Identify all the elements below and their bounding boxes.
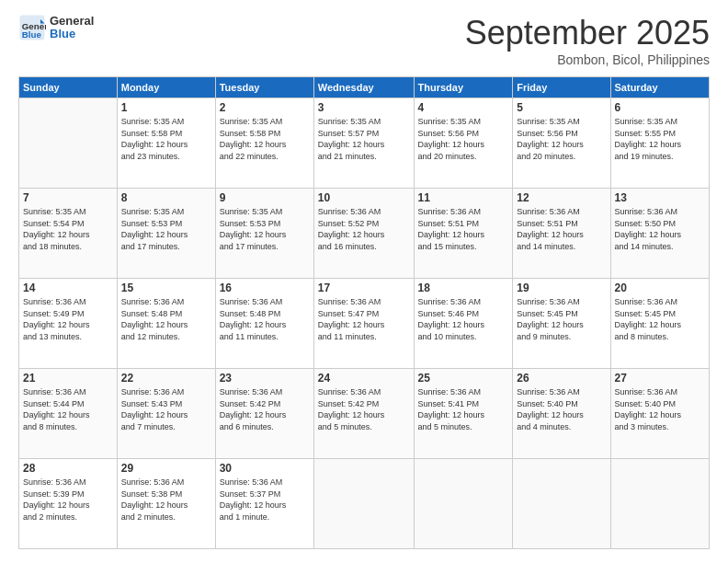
table-row: 23Sunrise: 5:36 AM Sunset: 5:42 PM Dayli… (215, 369, 313, 459)
day-number: 13 (615, 191, 705, 204)
table-row (513, 459, 610, 549)
calendar-header-row: Sunday Monday Tuesday Wednesday Thursday… (19, 77, 710, 98)
table-row: 10Sunrise: 5:36 AM Sunset: 5:52 PM Dayli… (313, 189, 414, 279)
logo: General Blue General Blue (18, 14, 94, 41)
day-info: Sunrise: 5:36 AM Sunset: 5:45 PM Dayligh… (517, 296, 606, 342)
table-row: 27Sunrise: 5:36 AM Sunset: 5:40 PM Dayli… (610, 369, 709, 459)
table-row: 17Sunrise: 5:36 AM Sunset: 5:47 PM Dayli… (313, 279, 414, 369)
day-number: 2 (220, 101, 310, 114)
day-number: 15 (121, 282, 211, 294)
day-info: Sunrise: 5:35 AM Sunset: 5:58 PM Dayligh… (220, 116, 310, 162)
day-number: 17 (318, 282, 410, 294)
day-number: 3 (318, 101, 410, 114)
table-row (414, 459, 513, 549)
day-info: Sunrise: 5:36 AM Sunset: 5:48 PM Dayligh… (121, 296, 211, 342)
table-row: 8Sunrise: 5:35 AM Sunset: 5:53 PM Daylig… (117, 189, 215, 279)
table-row: 29Sunrise: 5:36 AM Sunset: 5:38 PM Dayli… (117, 459, 215, 549)
table-row: 11Sunrise: 5:36 AM Sunset: 5:51 PM Dayli… (414, 189, 513, 279)
table-row (313, 459, 414, 549)
day-number: 6 (615, 101, 705, 114)
calendar-week-row: 28Sunrise: 5:36 AM Sunset: 5:39 PM Dayli… (19, 459, 710, 549)
day-number: 18 (418, 282, 509, 294)
day-info: Sunrise: 5:36 AM Sunset: 5:37 PM Dayligh… (220, 477, 310, 523)
day-info: Sunrise: 5:36 AM Sunset: 5:45 PM Dayligh… (615, 296, 705, 342)
col-wednesday: Wednesday (313, 77, 414, 98)
day-info: Sunrise: 5:36 AM Sunset: 5:44 PM Dayligh… (23, 386, 113, 432)
table-row: 28Sunrise: 5:36 AM Sunset: 5:39 PM Dayli… (19, 459, 118, 549)
day-info: Sunrise: 5:36 AM Sunset: 5:42 PM Dayligh… (318, 386, 410, 432)
day-number: 29 (121, 462, 211, 475)
day-info: Sunrise: 5:36 AM Sunset: 5:51 PM Dayligh… (418, 206, 509, 252)
day-number: 11 (418, 191, 509, 204)
table-row: 25Sunrise: 5:36 AM Sunset: 5:41 PM Dayli… (414, 369, 513, 459)
day-number: 5 (517, 101, 606, 114)
day-number: 16 (220, 282, 310, 294)
table-row: 16Sunrise: 5:36 AM Sunset: 5:48 PM Dayli… (215, 279, 313, 369)
calendar-week-row: 21Sunrise: 5:36 AM Sunset: 5:44 PM Dayli… (19, 369, 710, 459)
day-info: Sunrise: 5:36 AM Sunset: 5:38 PM Dayligh… (121, 477, 211, 523)
day-number: 21 (23, 372, 113, 385)
day-number: 23 (220, 372, 310, 385)
calendar-table: Sunday Monday Tuesday Wednesday Thursday… (18, 76, 710, 549)
logo-text-general: General (50, 14, 94, 28)
day-number: 20 (615, 282, 705, 294)
table-row: 6Sunrise: 5:35 AM Sunset: 5:55 PM Daylig… (610, 98, 709, 189)
table-row: 26Sunrise: 5:36 AM Sunset: 5:40 PM Dayli… (513, 369, 610, 459)
day-number: 26 (517, 372, 606, 385)
col-sunday: Sunday (19, 77, 118, 98)
col-tuesday: Tuesday (215, 77, 313, 98)
day-info: Sunrise: 5:36 AM Sunset: 5:40 PM Dayligh… (615, 386, 705, 432)
table-row: 24Sunrise: 5:36 AM Sunset: 5:42 PM Dayli… (313, 369, 414, 459)
table-row: 4Sunrise: 5:35 AM Sunset: 5:56 PM Daylig… (414, 98, 513, 189)
day-info: Sunrise: 5:36 AM Sunset: 5:51 PM Dayligh… (517, 206, 606, 252)
calendar-week-row: 14Sunrise: 5:36 AM Sunset: 5:49 PM Dayli… (19, 279, 710, 369)
day-number: 27 (615, 372, 705, 385)
day-info: Sunrise: 5:36 AM Sunset: 5:39 PM Dayligh… (23, 477, 113, 523)
day-info: Sunrise: 5:36 AM Sunset: 5:52 PM Dayligh… (318, 206, 410, 252)
table-row: 30Sunrise: 5:36 AM Sunset: 5:37 PM Dayli… (215, 459, 313, 549)
table-row: 15Sunrise: 5:36 AM Sunset: 5:48 PM Dayli… (117, 279, 215, 369)
table-row: 2Sunrise: 5:35 AM Sunset: 5:58 PM Daylig… (215, 98, 313, 189)
day-info: Sunrise: 5:35 AM Sunset: 5:56 PM Dayligh… (517, 116, 606, 162)
col-thursday: Thursday (414, 77, 513, 98)
day-number: 8 (121, 191, 211, 204)
header: General Blue General Blue September 2025… (18, 14, 710, 67)
day-number: 22 (121, 372, 211, 385)
table-row: 5Sunrise: 5:35 AM Sunset: 5:56 PM Daylig… (513, 98, 610, 189)
day-info: Sunrise: 5:35 AM Sunset: 5:54 PM Dayligh… (23, 206, 113, 252)
day-info: Sunrise: 5:36 AM Sunset: 5:41 PM Dayligh… (418, 386, 509, 432)
day-info: Sunrise: 5:35 AM Sunset: 5:56 PM Dayligh… (418, 116, 509, 162)
table-row: 18Sunrise: 5:36 AM Sunset: 5:46 PM Dayli… (414, 279, 513, 369)
month-title: September 2025 (465, 14, 710, 52)
table-row: 20Sunrise: 5:36 AM Sunset: 5:45 PM Dayli… (610, 279, 709, 369)
day-info: Sunrise: 5:36 AM Sunset: 5:48 PM Dayligh… (220, 296, 310, 342)
day-info: Sunrise: 5:35 AM Sunset: 5:58 PM Dayligh… (121, 116, 211, 162)
col-saturday: Saturday (610, 77, 709, 98)
day-number: 12 (517, 191, 606, 204)
day-info: Sunrise: 5:35 AM Sunset: 5:57 PM Dayligh… (318, 116, 410, 162)
day-info: Sunrise: 5:35 AM Sunset: 5:53 PM Dayligh… (121, 206, 211, 252)
table-row: 3Sunrise: 5:35 AM Sunset: 5:57 PM Daylig… (313, 98, 414, 189)
table-row: 22Sunrise: 5:36 AM Sunset: 5:43 PM Dayli… (117, 369, 215, 459)
table-row: 9Sunrise: 5:35 AM Sunset: 5:53 PM Daylig… (215, 189, 313, 279)
table-row: 13Sunrise: 5:36 AM Sunset: 5:50 PM Dayli… (610, 189, 709, 279)
calendar-week-row: 1Sunrise: 5:35 AM Sunset: 5:58 PM Daylig… (19, 98, 710, 189)
day-info: Sunrise: 5:36 AM Sunset: 5:40 PM Dayligh… (517, 386, 606, 432)
table-row (19, 98, 118, 189)
day-number: 25 (418, 372, 509, 385)
col-friday: Friday (513, 77, 610, 98)
day-info: Sunrise: 5:36 AM Sunset: 5:43 PM Dayligh… (121, 386, 211, 432)
day-info: Sunrise: 5:36 AM Sunset: 5:42 PM Dayligh… (220, 386, 310, 432)
day-number: 30 (220, 462, 310, 475)
day-number: 24 (318, 372, 410, 385)
table-row: 21Sunrise: 5:36 AM Sunset: 5:44 PM Dayli… (19, 369, 118, 459)
day-info: Sunrise: 5:36 AM Sunset: 5:49 PM Dayligh… (23, 296, 113, 342)
day-number: 19 (517, 282, 606, 294)
calendar-page: General Blue General Blue September 2025… (0, 0, 728, 563)
logo-text-blue: Blue (50, 28, 94, 40)
table-row: 14Sunrise: 5:36 AM Sunset: 5:49 PM Dayli… (19, 279, 118, 369)
day-number: 28 (23, 462, 113, 475)
day-number: 4 (418, 101, 509, 114)
day-number: 14 (23, 282, 113, 294)
day-number: 7 (23, 191, 113, 204)
